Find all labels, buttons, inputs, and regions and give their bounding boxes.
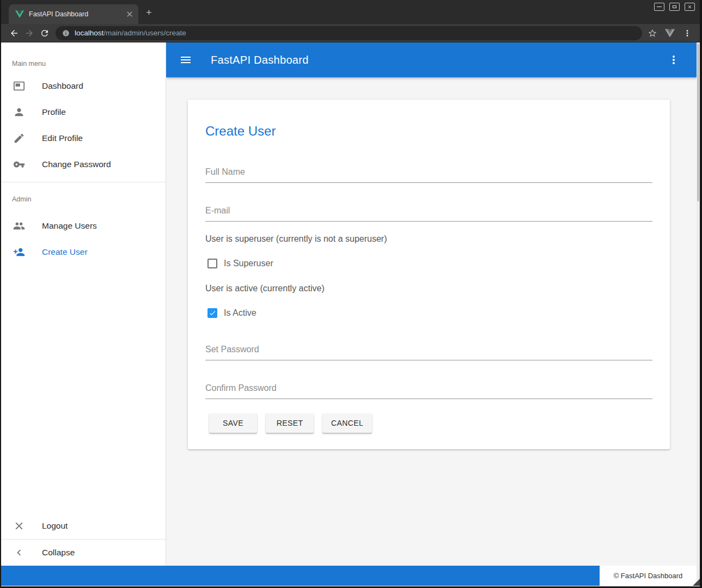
bookmark-star-icon[interactable] bbox=[648, 28, 657, 38]
main-content: Create User User is superuser (currently… bbox=[166, 77, 697, 566]
tab-close-icon[interactable] bbox=[125, 10, 134, 19]
reload-icon bbox=[40, 28, 50, 38]
password-field-wrap bbox=[205, 341, 652, 360]
dashboard-icon bbox=[13, 79, 26, 93]
sidebar-item-edit-profile[interactable]: Edit Profile bbox=[1, 125, 166, 151]
hamburger-menu-icon[interactable] bbox=[179, 53, 192, 66]
forward-icon bbox=[25, 28, 34, 38]
confirm-password-field-wrap bbox=[205, 380, 652, 399]
person-icon bbox=[13, 106, 26, 119]
full-name-field-wrap bbox=[205, 164, 652, 183]
sidebar-item-label: Create User bbox=[42, 247, 88, 257]
chevron-left-icon bbox=[13, 546, 26, 559]
maximize-icon bbox=[673, 5, 676, 8]
url-path: /main/admin/users/create bbox=[103, 29, 186, 37]
save-button[interactable]: SAVE bbox=[209, 413, 257, 433]
browser-titlebar: FastAPI Dashboard bbox=[1, 0, 700, 24]
sidebar-spacer bbox=[1, 265, 166, 513]
sidebar-section-main-menu: Main menu bbox=[1, 42, 166, 73]
browser-menu-kebab-icon[interactable] bbox=[682, 28, 692, 38]
active-checkbox[interactable] bbox=[207, 308, 217, 318]
create-user-card: Create User User is superuser (currently… bbox=[188, 100, 670, 449]
copyright-panel: © FastAPI Dashboard bbox=[600, 566, 697, 586]
app-title: FastAPI Dashboard bbox=[211, 54, 309, 66]
window-minimize-button[interactable] bbox=[654, 3, 664, 11]
minimize-icon bbox=[657, 7, 662, 8]
confirm-password-input[interactable] bbox=[205, 380, 652, 399]
vue-devtools-extension-icon[interactable] bbox=[665, 28, 675, 38]
active-checkbox-label[interactable]: Is Active bbox=[224, 308, 257, 318]
vue-favicon-icon bbox=[15, 10, 24, 18]
page: Main menu Dashboard Profile Edit Profile bbox=[1, 42, 700, 586]
full-name-input[interactable] bbox=[205, 164, 652, 183]
browser-tab[interactable]: FastAPI Dashboard bbox=[9, 4, 138, 24]
browser-window: FastAPI Dashboard bbox=[1, 0, 700, 586]
app-menu-kebab-icon[interactable] bbox=[667, 53, 680, 66]
close-icon bbox=[687, 4, 692, 9]
sidebar: Main menu Dashboard Profile Edit Profile bbox=[1, 42, 166, 566]
back-button[interactable] bbox=[7, 26, 22, 41]
sidebar-item-dashboard[interactable]: Dashboard bbox=[1, 73, 166, 99]
cancel-button[interactable]: CANCEL bbox=[322, 413, 372, 433]
site-info-icon[interactable] bbox=[62, 29, 70, 37]
tab-title: FastAPI Dashboard bbox=[29, 10, 125, 18]
people-icon bbox=[13, 219, 26, 232]
address-bar[interactable]: localhost/main/admin/users/create bbox=[56, 26, 642, 40]
superuser-checkbox-row[interactable]: Is Superuser bbox=[205, 257, 652, 270]
key-icon bbox=[13, 158, 26, 171]
pencil-icon bbox=[13, 132, 26, 145]
app-bar: FastAPI Dashboard bbox=[166, 42, 697, 77]
close-icon bbox=[13, 519, 26, 532]
back-icon bbox=[9, 28, 19, 38]
sidebar-item-logout[interactable]: Logout bbox=[1, 513, 166, 539]
sidebar-item-manage-users[interactable]: Manage Users bbox=[1, 213, 166, 239]
copyright-text: © FastAPI Dashboard bbox=[614, 572, 683, 580]
forward-button[interactable] bbox=[22, 26, 37, 41]
password-input[interactable] bbox=[205, 341, 652, 360]
sidebar-divider bbox=[1, 182, 166, 182]
window-close-button[interactable] bbox=[685, 3, 695, 11]
window-maximize-button[interactable] bbox=[669, 3, 680, 11]
email-input[interactable] bbox=[205, 203, 652, 222]
email-field-wrap bbox=[205, 203, 652, 222]
url-host: localhost bbox=[75, 29, 103, 37]
sidebar-item-change-password[interactable]: Change Password bbox=[1, 151, 166, 177]
check-icon bbox=[209, 309, 216, 317]
new-tab-button[interactable] bbox=[145, 8, 153, 16]
window-resize-grip[interactable] bbox=[693, 579, 700, 586]
sidebar-item-label: Collapse bbox=[42, 548, 75, 558]
active-checkbox-row[interactable]: Is Active bbox=[205, 307, 652, 320]
sidebar-item-create-user[interactable]: Create User bbox=[1, 239, 166, 265]
superuser-checkbox-label[interactable]: Is Superuser bbox=[224, 259, 273, 268]
app-footer: © FastAPI Dashboard bbox=[1, 566, 697, 586]
person-add-icon bbox=[13, 246, 26, 259]
reset-button[interactable]: RESET bbox=[266, 413, 314, 433]
sidebar-item-profile[interactable]: Profile bbox=[1, 99, 166, 125]
browser-toolbar: localhost/main/admin/users/create bbox=[1, 24, 700, 42]
superuser-hint-text: User is superuser (currently is not a su… bbox=[205, 234, 652, 244]
sidebar-section-admin: Admin bbox=[1, 187, 166, 213]
active-hint-text: User is active (currently active) bbox=[205, 283, 652, 293]
sidebar-item-label: Change Password bbox=[42, 160, 111, 169]
page-scrollbar[interactable] bbox=[697, 42, 700, 586]
sidebar-item-label: Manage Users bbox=[42, 221, 97, 231]
superuser-checkbox[interactable] bbox=[207, 259, 217, 268]
reload-button[interactable] bbox=[37, 26, 52, 41]
sidebar-item-label: Profile bbox=[42, 107, 66, 117]
scrollbar-thumb[interactable] bbox=[697, 44, 699, 201]
window-controls bbox=[654, 3, 695, 11]
sidebar-item-label: Edit Profile bbox=[42, 133, 83, 143]
sidebar-item-collapse[interactable]: Collapse bbox=[1, 540, 166, 566]
sidebar-item-label: Logout bbox=[42, 521, 68, 531]
sidebar-item-label: Dashboard bbox=[42, 81, 83, 91]
toolbar-right-icons bbox=[648, 28, 692, 38]
page-title: Create User bbox=[205, 100, 652, 140]
form-actions: SAVE RESET CANCEL bbox=[205, 413, 652, 433]
